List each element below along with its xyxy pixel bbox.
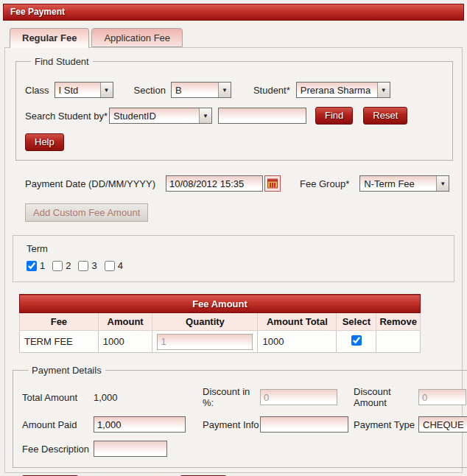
chevron-down-icon[interactable]: ▼ xyxy=(100,83,113,97)
chevron-down-icon[interactable]: ▼ xyxy=(199,108,211,123)
cell-amount-total: 1000 xyxy=(258,331,337,353)
col-header-select: Select xyxy=(337,313,376,331)
cell-amount: 1000 xyxy=(98,331,152,353)
fee-amount-table: Fee Amount Fee Amount Quantity Amount To… xyxy=(19,294,421,353)
tab-application-fee[interactable]: Application Fee xyxy=(91,28,183,47)
search-by-select-value: StudentID xyxy=(110,108,199,123)
section-select-value: B xyxy=(172,83,218,97)
term-1-checkbox[interactable] xyxy=(27,261,37,271)
discount-amount-input xyxy=(418,389,466,405)
total-amount-label: Total Amount xyxy=(22,392,94,403)
section-select[interactable]: B ▼ xyxy=(171,82,231,98)
discount-amount-label: Discount Amount xyxy=(354,386,418,408)
amount-paid-input[interactable] xyxy=(94,416,186,433)
col-header-amount-total: Amount Total xyxy=(258,313,337,331)
col-header-fee: Fee xyxy=(20,313,99,331)
cell-fee: TERM FEE xyxy=(20,331,99,353)
payment-details-grid: Total Amount 1,000 Discount in %: Discou… xyxy=(22,386,467,457)
tab-regular-fee[interactable]: Regular Fee xyxy=(10,28,89,48)
class-label: Class xyxy=(25,85,49,96)
cell-remove xyxy=(376,331,421,353)
fee-group-select-value: N-Term Fee xyxy=(360,176,436,191)
add-custom-fee-button: Add Custom Fee Amount xyxy=(25,203,148,222)
term-1-label: 1 xyxy=(40,260,45,271)
discount-pct-input xyxy=(260,389,337,405)
student-select[interactable]: Prerana Sharma ▼ xyxy=(296,82,390,98)
chevron-down-icon[interactable]: ▼ xyxy=(218,83,231,97)
payment-info-label: Payment Info xyxy=(203,419,260,430)
quantity-input xyxy=(157,334,253,350)
payment-type-label: Payment Type xyxy=(354,419,418,430)
col-header-quantity: Quantity xyxy=(152,313,258,331)
find-student-row2: Search Student by* StudentID ▼ Find Rese… xyxy=(25,107,443,125)
term-options: 1 2 3 4 xyxy=(27,260,454,271)
term-2-label: 2 xyxy=(66,260,71,271)
fee-table-header-row: Fee Amount Quantity Amount Total Select … xyxy=(20,313,421,331)
help-button[interactable]: Help xyxy=(25,133,64,151)
fee-table-title: Fee Amount xyxy=(20,295,421,313)
payment-type-select-value: CHEQUE xyxy=(419,417,467,432)
calendar-icon xyxy=(267,178,278,189)
payment-type-select[interactable]: CHEQUE ▼ xyxy=(418,416,467,433)
chevron-down-icon[interactable]: ▼ xyxy=(377,83,390,97)
payment-info-input[interactable] xyxy=(260,416,348,433)
tab-strip: Regular Fee Application Fee xyxy=(10,28,467,47)
term-4-checkbox[interactable] xyxy=(105,261,115,271)
find-student-legend: Find Student xyxy=(31,56,93,67)
payment-date-row: Payment Date (DD/MM/YYYY) Fee Group* N-T… xyxy=(25,175,456,192)
chevron-down-icon[interactable]: ▼ xyxy=(436,176,449,191)
tab-content-panel: Find Student Class I Std ▼ Section B ▼ S… xyxy=(4,47,463,473)
student-select-value: Prerana Sharma xyxy=(297,83,377,97)
col-header-remove: Remove xyxy=(376,313,421,331)
class-select[interactable]: I Std ▼ xyxy=(55,82,113,98)
amount-paid-label: Amount Paid xyxy=(22,419,94,430)
discount-pct-label: Discount in %: xyxy=(203,386,260,408)
payment-date-label: Payment Date (DD/MM/YYYY) xyxy=(25,178,155,189)
fee-group-select[interactable]: N-Term Fee ▼ xyxy=(359,175,449,192)
term-section: Term 1 2 3 4 xyxy=(13,235,454,282)
search-by-label: Search Student by* xyxy=(25,111,108,122)
find-student-row1: Class I Std ▼ Section B ▼ Student* Prera… xyxy=(25,82,443,98)
term-label: Term xyxy=(27,243,48,254)
reset-search-button[interactable]: Reset xyxy=(363,107,407,125)
table-row: TERM FEE 1000 1000 xyxy=(20,331,421,353)
page: Fee Payment Regular Fee Application Fee … xyxy=(0,0,467,476)
calendar-button[interactable] xyxy=(264,175,281,192)
total-amount-value: 1,000 xyxy=(94,392,203,403)
payment-details-legend: Payment Details xyxy=(28,365,105,376)
find-student-row3: Help xyxy=(25,133,443,151)
find-button[interactable]: Find xyxy=(315,107,353,125)
class-select-value: I Std xyxy=(55,83,100,97)
term-2-checkbox[interactable] xyxy=(52,261,63,271)
col-header-amount: Amount xyxy=(98,313,152,331)
search-by-select[interactable]: StudentID ▼ xyxy=(109,108,212,124)
find-student-section: Find Student Class I Std ▼ Section B ▼ S… xyxy=(15,56,453,161)
fee-description-label: Fee Description xyxy=(22,444,94,455)
term-3-checkbox[interactable] xyxy=(78,261,88,271)
window-title: Fee Payment xyxy=(3,4,464,21)
fee-description-input[interactable] xyxy=(94,441,167,457)
student-label: Student* xyxy=(253,85,290,96)
search-student-input[interactable] xyxy=(218,108,306,124)
section-label: Section xyxy=(134,85,166,96)
term-3-label: 3 xyxy=(91,260,96,271)
term-4-label: 4 xyxy=(118,260,123,271)
row-select-checkbox[interactable] xyxy=(351,335,362,346)
payment-date-input[interactable] xyxy=(166,175,263,192)
payment-details-section: Payment Details Total Amount 1,000 Disco… xyxy=(13,365,467,468)
fee-group-label: Fee Group* xyxy=(300,178,349,189)
